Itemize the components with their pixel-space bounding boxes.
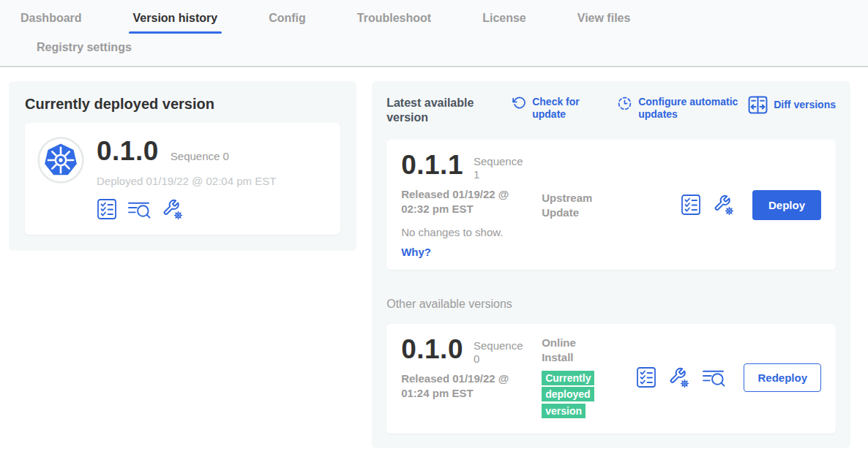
currently-deployed-title: Currently deployed version xyxy=(25,96,340,113)
currently-deployed-badge-wrap: Currently deployed version xyxy=(542,370,606,419)
latest-source-label: Upstream Update xyxy=(542,191,605,258)
latest-version-card: 0.1.1 Sequence 1 Released 01/19/22 @ 02:… xyxy=(386,140,836,270)
nav-tab-config[interactable]: Config xyxy=(269,0,306,37)
deployed-version-info: 0.1.0 Sequence 0 Deployed 01/19/22 @ 02:… xyxy=(97,136,276,220)
latest-version-number: 0.1.1 xyxy=(401,151,463,178)
no-changes-text: No changes to show. xyxy=(401,226,542,238)
top-navigation: Dashboard Version history Config Trouble… xyxy=(0,0,868,67)
why-link[interactable]: Why? xyxy=(401,246,542,258)
other-version-card: 0.1.0 Sequence 0 Released 01/19/22 @ 01:… xyxy=(386,324,836,434)
currently-deployed-badge: Currently deployed version xyxy=(542,371,594,418)
other-card-actions: Redeploy xyxy=(636,363,821,392)
refresh-arrow-icon xyxy=(512,96,526,110)
config-wrench-gear-icon[interactable] xyxy=(713,194,735,216)
main-content: Currently deployed version 0.1.0 Sequenc… xyxy=(0,67,868,448)
release-notes-search-icon[interactable] xyxy=(127,199,151,220)
nav-secondary-row: Registry settings xyxy=(0,37,868,66)
preflight-checklist-icon[interactable] xyxy=(636,366,656,388)
nav-tab-registry-settings[interactable]: Registry settings xyxy=(37,41,132,54)
preflight-checklist-icon[interactable] xyxy=(681,194,701,216)
nav-tab-dashboard[interactable]: Dashboard xyxy=(20,0,82,37)
other-version-info: 0.1.0 Sequence 0 Released 01/19/22 @ 01:… xyxy=(401,336,542,419)
deployed-timestamp: Deployed 01/19/22 @ 02:04 pm EST xyxy=(97,175,276,187)
configure-automatic-updates-link[interactable]: Configure automatic updates xyxy=(617,96,748,121)
nav-primary-row: Dashboard Version history Config Trouble… xyxy=(0,0,868,37)
redeploy-button[interactable]: Redeploy xyxy=(744,363,821,392)
deployed-version-card: 0.1.0 Sequence 0 Deployed 01/19/22 @ 02:… xyxy=(25,123,340,235)
available-versions-panel: Latest available version Check for updat… xyxy=(372,81,850,448)
preflight-checklist-icon[interactable] xyxy=(97,198,117,220)
other-released-timestamp: Released 01/19/22 @ 01:24 pm EST xyxy=(401,371,533,400)
scheduled-update-icon xyxy=(617,96,632,111)
release-notes-search-icon[interactable] xyxy=(702,367,726,388)
kubernetes-logo-icon xyxy=(37,136,85,184)
nav-tab-troubleshoot[interactable]: Troubleshoot xyxy=(357,0,431,37)
nav-tab-version-history[interactable]: Version history xyxy=(133,0,218,37)
available-versions-header: Latest available version Check for updat… xyxy=(386,96,836,125)
other-version-number: 0.1.0 xyxy=(401,336,463,363)
latest-released-timestamp: Released 01/19/22 @ 02:32 pm EST xyxy=(401,187,533,216)
latest-sequence-label: Sequence 1 xyxy=(474,155,525,181)
currently-deployed-panel: Currently deployed version 0.1.0 Sequenc… xyxy=(9,81,356,251)
nav-tab-license[interactable]: License xyxy=(482,0,526,37)
latest-available-title: Latest available version xyxy=(386,96,498,125)
latest-version-info: 0.1.1 Sequence 1 Released 01/19/22 @ 02:… xyxy=(401,151,542,258)
config-wrench-gear-icon[interactable] xyxy=(668,366,690,388)
diff-versions-label: Diff versions xyxy=(774,99,836,111)
config-wrench-gear-icon[interactable] xyxy=(162,198,184,220)
other-source-label: Online Install xyxy=(542,336,605,364)
diff-versions-link[interactable]: Diff versions xyxy=(748,96,836,114)
deployed-sequence-label: Sequence 0 xyxy=(171,150,229,162)
check-for-update-label: Check for update xyxy=(532,96,591,121)
deployed-version-number: 0.1.0 xyxy=(97,137,159,165)
other-available-versions-title: Other available versions xyxy=(386,298,836,311)
latest-card-actions: Deploy xyxy=(681,190,821,220)
deploy-button[interactable]: Deploy xyxy=(752,190,821,220)
check-for-update-link[interactable]: Check for update xyxy=(512,96,591,121)
other-source-column: Online Install Currently deployed versio… xyxy=(542,336,629,419)
configure-automatic-updates-label: Configure automatic updates xyxy=(638,96,748,121)
other-sequence-label: Sequence 0 xyxy=(474,339,525,366)
diff-versions-icon xyxy=(748,96,768,114)
nav-tab-view-files[interactable]: View files xyxy=(577,0,631,37)
